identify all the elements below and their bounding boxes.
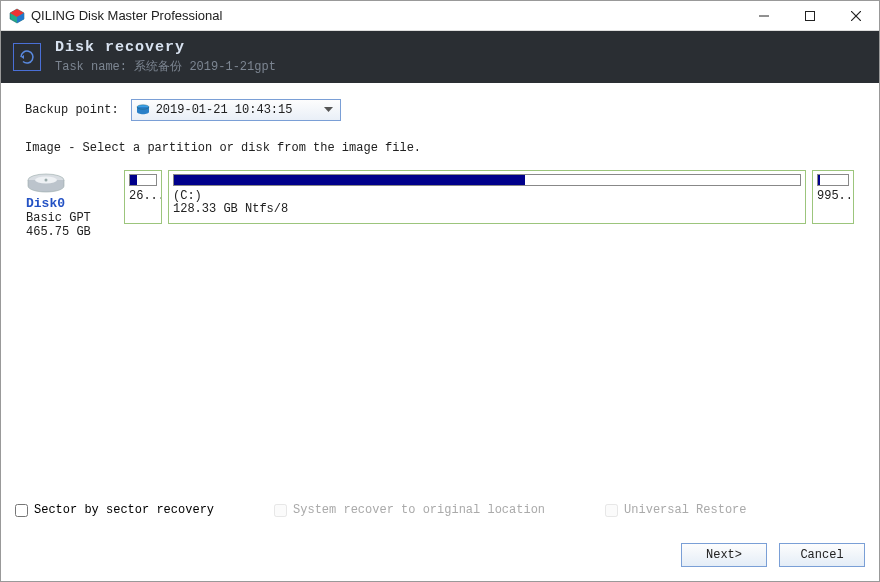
backup-point-value: 2019-01-21 10:43:15 [156, 103, 320, 117]
app-icon [9, 8, 25, 24]
instruction-text: Image - Select a partition or disk from … [15, 141, 865, 155]
sector-by-sector-label: Sector by sector recovery [34, 503, 214, 517]
close-button[interactable] [833, 1, 879, 31]
task-name-value: 系统备份 2019-1-21gpt [134, 60, 276, 74]
titlebar: QILING Disk Master Professional [1, 1, 879, 31]
partition-usage-bar [173, 174, 801, 186]
partition-size: 26... [129, 190, 157, 203]
partition-usage-bar [817, 174, 849, 186]
svg-marker-10 [324, 107, 333, 112]
svg-rect-4 [806, 11, 815, 20]
disk-info[interactable]: Disk0 Basic GPT 465.75 GB [26, 170, 118, 239]
partition-size: 128.33 GB Ntfs/8 [173, 203, 801, 216]
task-name-label: Task name: [55, 60, 127, 74]
next-button[interactable]: Next> [681, 543, 767, 567]
disk-map: Disk0 Basic GPT 465.75 GB 26... (C:) 128… [15, 169, 865, 240]
options-row: Sector by sector recovery System recover… [15, 503, 865, 517]
partition-0[interactable]: 26... [124, 170, 162, 224]
task-name-row: Task name: 系统备份 2019-1-21gpt [55, 58, 276, 75]
disk-type: Basic GPT [26, 211, 118, 225]
recovery-icon [13, 43, 41, 71]
window-title: QILING Disk Master Professional [31, 8, 741, 23]
window-controls [741, 1, 879, 31]
svg-point-13 [45, 179, 48, 182]
universal-restore-checkbox: Universal Restore [605, 503, 746, 517]
footer: Sector by sector recovery System recover… [1, 495, 879, 581]
backup-point-select[interactable]: 2019-01-21 10:43:15 [131, 99, 341, 121]
page-header: Disk recovery Task name: 系统备份 2019-1-21g… [1, 31, 879, 83]
disk-stack-icon [136, 104, 150, 116]
maximize-button[interactable] [787, 1, 833, 31]
partition-usage-bar [129, 174, 157, 186]
disk-size: 465.75 GB [26, 225, 118, 239]
backup-point-label: Backup point: [25, 103, 119, 117]
buttons-row: Next> Cancel [15, 543, 865, 567]
universal-restore-label: Universal Restore [624, 503, 746, 517]
cancel-button[interactable]: Cancel [779, 543, 865, 567]
minimize-button[interactable] [741, 1, 787, 31]
partition-2[interactable]: 995... [812, 170, 854, 224]
hard-drive-icon [26, 172, 66, 194]
partition-size: 995... [817, 190, 849, 203]
page-title: Disk recovery [55, 39, 276, 56]
backup-point-row: Backup point: 2019-01-21 10:43:15 [15, 99, 865, 121]
system-original-location-label: System recover to original location [293, 503, 545, 517]
content: Backup point: 2019-01-21 10:43:15 Image … [1, 83, 879, 495]
system-original-location-checkbox: System recover to original location [274, 503, 545, 517]
partition-1[interactable]: (C:) 128.33 GB Ntfs/8 [168, 170, 806, 224]
disk-name: Disk0 [26, 196, 118, 211]
sector-by-sector-checkbox[interactable]: Sector by sector recovery [15, 503, 214, 517]
disk-row: Disk0 Basic GPT 465.75 GB 26... (C:) 128… [26, 170, 854, 239]
chevron-down-icon [320, 101, 338, 119]
